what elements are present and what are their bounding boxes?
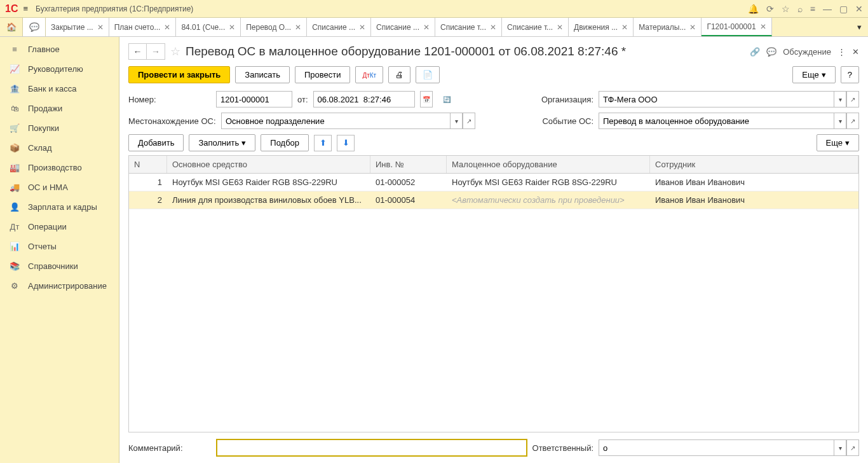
- table-row[interactable]: 1 Ноутбук MSI GE63 Raider RGB 8SG-229RU …: [129, 174, 858, 191]
- col-mc[interactable]: Малоценное оборудование: [447, 156, 650, 173]
- favorite-icon[interactable]: ☆: [170, 45, 180, 59]
- location-input[interactable]: [221, 113, 450, 129]
- close-icon[interactable]: ✕: [855, 4, 863, 14]
- sidebar-label: Покупки: [28, 123, 59, 133]
- tab[interactable]: 84.01 (Сче...✕: [176, 18, 241, 36]
- add-button[interactable]: Добавить: [128, 134, 184, 151]
- discuss-icon[interactable]: 💬: [766, 47, 776, 57]
- resp-open[interactable]: ↗: [846, 439, 859, 456]
- number-input[interactable]: [216, 91, 292, 107]
- event-dropdown[interactable]: ▾: [834, 113, 846, 129]
- tab-close-icon[interactable]: ✕: [164, 23, 170, 32]
- page-more-icon[interactable]: ⋮: [837, 47, 846, 57]
- fill-button[interactable]: Заполнить ▾: [189, 134, 255, 151]
- minimize-icon[interactable]: —: [823, 4, 832, 14]
- sidebar-item[interactable]: 🏦Банк и касса: [0, 79, 119, 99]
- sidebar-item[interactable]: 📚Справочники: [0, 256, 119, 276]
- nav-back[interactable]: ←: [129, 44, 147, 59]
- bell-icon[interactable]: 🔔: [748, 4, 759, 14]
- sidebar-item[interactable]: ≡Главное: [0, 39, 119, 59]
- app-title: Бухгалтерия предприятия (1С:Предприятие): [36, 4, 748, 13]
- post-button[interactable]: Провести: [295, 66, 351, 83]
- sidebar-item[interactable]: 🏭Производство: [0, 158, 119, 177]
- table: N Основное средство Инв. № Малоценное об…: [128, 155, 859, 432]
- tab[interactable]: Закрытие ...✕: [46, 18, 109, 36]
- sidebar-item[interactable]: 👤Зарплата и кадры: [0, 197, 119, 217]
- more-button[interactable]: Еще ▾: [792, 66, 835, 83]
- tab[interactable]: Списание т...✕: [435, 18, 502, 36]
- sidebar-item[interactable]: 📦Склад: [0, 138, 119, 158]
- tab[interactable]: Списание ...✕: [371, 18, 435, 36]
- sidebar-item[interactable]: 📈Руководителю: [0, 59, 119, 79]
- discuss-label[interactable]: Обсуждение: [783, 47, 831, 57]
- save-button[interactable]: Записать: [235, 66, 290, 83]
- post-close-button[interactable]: Провести и закрыть: [128, 66, 230, 83]
- comment-input[interactable]: [216, 439, 527, 457]
- maximize-icon[interactable]: ▢: [839, 4, 848, 14]
- sidebar-icon: 🚚: [9, 183, 20, 192]
- sidebar-label: Отчеты: [28, 242, 57, 251]
- sidebar-item[interactable]: 📊Отчеты: [0, 237, 119, 256]
- tab[interactable]: План счето...✕: [109, 18, 177, 36]
- org-input[interactable]: [599, 91, 834, 107]
- org-dropdown[interactable]: ▾: [834, 91, 846, 107]
- org-open[interactable]: ↗: [846, 91, 859, 107]
- select-button[interactable]: Подбор: [261, 134, 309, 151]
- star-icon[interactable]: ☆: [782, 4, 790, 14]
- history-icon[interactable]: ⟳: [766, 4, 774, 14]
- nav-forward[interactable]: →: [147, 44, 165, 59]
- location-dropdown[interactable]: ▾: [450, 113, 463, 129]
- col-n[interactable]: N: [129, 156, 167, 173]
- sidebar-item[interactable]: 🛒Покупки: [0, 118, 119, 138]
- sidebar-item[interactable]: 🛍Продажи: [0, 99, 119, 118]
- menu-icon[interactable]: ≡: [23, 4, 28, 13]
- tab-close-icon[interactable]: ✕: [689, 23, 696, 32]
- calendar-icon[interactable]: 📅: [420, 91, 433, 107]
- sidebar-item[interactable]: ДтОперации: [0, 217, 119, 237]
- move-down-button[interactable]: ⬇: [337, 135, 355, 151]
- tab[interactable]: Перевод О...✕: [241, 18, 307, 36]
- col-inv[interactable]: Инв. №: [370, 156, 447, 173]
- sidebar-icon: 📦: [9, 143, 20, 153]
- chat-button[interactable]: 💬: [23, 18, 46, 36]
- tab[interactable]: Материалы...✕: [634, 18, 702, 36]
- tab-close-icon[interactable]: ✕: [423, 23, 430, 32]
- tab-close-icon[interactable]: ✕: [97, 23, 104, 32]
- col-os[interactable]: Основное средство: [167, 156, 370, 173]
- tab[interactable]: Г1201-000001✕: [702, 18, 771, 36]
- page-close-icon[interactable]: ✕: [852, 47, 859, 57]
- col-emp[interactable]: Сотрудник: [650, 156, 858, 173]
- table-more-button[interactable]: Еще ▾: [817, 134, 859, 151]
- search-icon[interactable]: ⌕: [797, 4, 803, 14]
- tab-close-icon[interactable]: ✕: [760, 22, 766, 31]
- tab[interactable]: Движения ...✕: [569, 18, 634, 36]
- settings-icon[interactable]: ≡: [810, 4, 815, 14]
- tab-close-icon[interactable]: ✕: [229, 23, 235, 32]
- home-button[interactable]: 🏠: [0, 18, 23, 36]
- tab-close-icon[interactable]: ✕: [490, 23, 496, 32]
- link-icon[interactable]: 🔗: [750, 47, 760, 57]
- dtkt-button[interactable]: ДтКт: [355, 66, 383, 83]
- resp-dropdown[interactable]: ▾: [834, 439, 846, 456]
- tab-close-icon[interactable]: ✕: [557, 23, 563, 32]
- print-button[interactable]: 🖨: [388, 66, 410, 83]
- tab-close-icon[interactable]: ✕: [295, 23, 301, 32]
- move-up-button[interactable]: ⬆: [314, 135, 332, 151]
- date-input[interactable]: [313, 91, 415, 107]
- sidebar-item[interactable]: ⚙Администрирование: [0, 276, 119, 296]
- tabs-more[interactable]: ▾: [850, 18, 868, 36]
- report-button[interactable]: 📄: [416, 66, 440, 83]
- sidebar-item[interactable]: 🚚ОС и НМА: [0, 177, 119, 197]
- comment-label: Комментарий:: [128, 443, 211, 453]
- event-open[interactable]: ↗: [846, 113, 859, 129]
- refresh-icon[interactable]: 🔄: [440, 91, 453, 107]
- tab[interactable]: Списание т...✕: [502, 18, 569, 36]
- tab-close-icon[interactable]: ✕: [621, 23, 628, 32]
- help-button[interactable]: ?: [841, 66, 859, 83]
- event-input[interactable]: [599, 113, 834, 129]
- table-row[interactable]: 2 Линия для производства виниловых обоев…: [129, 191, 858, 209]
- tab[interactable]: Списание ...✕: [307, 18, 371, 36]
- resp-input[interactable]: [599, 439, 834, 456]
- tab-close-icon[interactable]: ✕: [359, 23, 365, 32]
- location-open[interactable]: ↗: [463, 113, 475, 129]
